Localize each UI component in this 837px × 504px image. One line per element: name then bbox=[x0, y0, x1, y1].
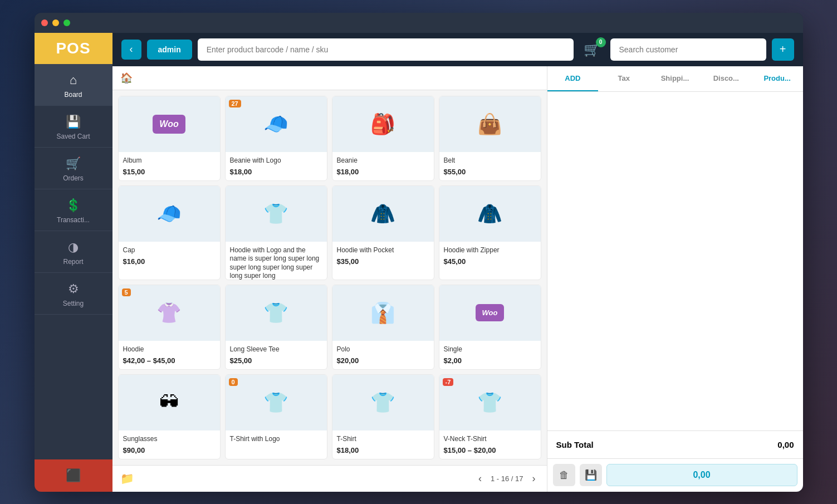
back-icon: ‹ bbox=[130, 43, 133, 55]
product-image: 👚 bbox=[119, 285, 220, 341]
product-name: Single bbox=[444, 345, 536, 354]
tab-discount[interactable]: Disco... bbox=[701, 66, 752, 91]
product-search-input[interactable] bbox=[198, 38, 574, 61]
sidebar-item-board[interactable]: ⌂ Board bbox=[35, 64, 112, 106]
app-window: POS ⌂ Board 💾 Saved Cart 🛒 Orders 💲 Tran… bbox=[35, 13, 803, 492]
product-name: T-Shirt with Logo bbox=[230, 435, 322, 444]
board-icon: ⌂ bbox=[70, 73, 77, 87]
maximize-button[interactable] bbox=[63, 19, 70, 26]
product-card-single[interactable]: Woo Single $2,00 bbox=[439, 285, 541, 370]
main-content: 🏠 Woo Album $15,00 27 🧢 Beanie with Logo… bbox=[112, 66, 803, 492]
product-card-tshirt[interactable]: 👕 T-Shirt $18,00 bbox=[332, 374, 434, 459]
sidebar-item-transactions[interactable]: 💲 Transacti... bbox=[35, 189, 112, 231]
title-bar bbox=[35, 13, 803, 33]
product-name: Polo bbox=[337, 345, 429, 354]
product-name: Beanie bbox=[337, 156, 429, 165]
report-icon: ◑ bbox=[68, 240, 79, 255]
sidebar-board-label: Board bbox=[64, 91, 82, 99]
setting-icon: ⚙ bbox=[68, 282, 79, 296]
product-image: 🎒 bbox=[332, 96, 434, 152]
cart-tabs: ADD Tax Shippi... Disco... Produ... bbox=[547, 66, 803, 92]
product-price: $15,00 bbox=[123, 168, 216, 176]
cart-footer: 🗑 💾 0,00 bbox=[547, 458, 803, 492]
product-card-polo[interactable]: 👔 Polo $20,00 bbox=[332, 285, 434, 370]
product-name: V-Neck T-Shirt bbox=[444, 435, 536, 444]
product-image: 👜 bbox=[439, 96, 541, 152]
cart-area: ADD Tax Shippi... Disco... Produ... Sub … bbox=[547, 66, 803, 492]
product-image: 🕶 bbox=[119, 375, 220, 430]
product-image: 👔 bbox=[332, 285, 434, 341]
saved-cart-icon: 💾 bbox=[66, 115, 81, 129]
pagination: ‹ 1 - 16 / 17 › bbox=[475, 472, 539, 486]
logout-button[interactable]: ⬛ bbox=[35, 459, 112, 492]
product-price: $45,00 bbox=[444, 257, 536, 266]
delete-cart-button[interactable]: 🗑 bbox=[553, 464, 575, 486]
products-area: 🏠 Woo Album $15,00 27 🧢 Beanie with Logo… bbox=[112, 66, 547, 492]
topbar: ‹ admin 🛒 0 + bbox=[112, 33, 803, 66]
product-name: Belt bbox=[444, 156, 536, 165]
products-footer: 📁 ‹ 1 - 16 / 17 › bbox=[112, 465, 547, 492]
product-name: Hoodie with Pocket bbox=[337, 246, 429, 255]
customer-search-input[interactable] bbox=[610, 38, 766, 61]
cart-body bbox=[547, 92, 803, 430]
sidebar-report-label: Report bbox=[63, 258, 83, 266]
admin-button[interactable]: admin bbox=[147, 40, 192, 60]
product-image: Woo bbox=[119, 96, 220, 152]
next-page-button[interactable]: › bbox=[529, 472, 539, 486]
back-button[interactable]: ‹ bbox=[121, 40, 141, 60]
cart-subtotal: Sub Total 0,00 bbox=[547, 430, 803, 458]
product-image: 👕 bbox=[439, 375, 541, 430]
product-name: Long Sleeve Tee bbox=[230, 345, 322, 354]
tab-product[interactable]: Produ... bbox=[752, 66, 803, 91]
minimize-button[interactable] bbox=[52, 19, 59, 26]
subtotal-value: 0,00 bbox=[777, 440, 794, 449]
product-card-cap[interactable]: 🧢 Cap $16,00 bbox=[118, 185, 221, 280]
product-image: 🧥 bbox=[439, 186, 541, 242]
product-price: $55,00 bbox=[444, 168, 536, 176]
product-card-hoodie[interactable]: 5 👚 Hoodie $42,00 – $45,00 bbox=[118, 285, 221, 370]
prev-page-button[interactable]: ‹ bbox=[475, 472, 485, 486]
product-card-hoodie-zipper[interactable]: 🧥 Hoodie with Zipper $45,00 bbox=[439, 185, 541, 280]
product-card-sunglasses[interactable]: 🕶 Sunglasses $90,00 bbox=[118, 374, 221, 459]
sidebar-item-setting[interactable]: ⚙ Setting bbox=[35, 273, 112, 315]
product-price: $20,00 bbox=[337, 356, 429, 365]
product-card-vneck[interactable]: -7 👕 V-Neck T-Shirt $15,00 – $20,00 bbox=[439, 374, 541, 459]
sidebar-item-saved-cart[interactable]: 💾 Saved Cart bbox=[35, 106, 112, 148]
products-grid: Woo Album $15,00 27 🧢 Beanie with Logo $… bbox=[112, 90, 547, 465]
product-image: 👕 bbox=[226, 186, 327, 242]
close-button[interactable] bbox=[41, 19, 48, 26]
tab-shipping[interactable]: Shippi... bbox=[649, 66, 701, 91]
product-price: $90,00 bbox=[123, 446, 216, 454]
sidebar-item-orders[interactable]: 🛒 Orders bbox=[35, 148, 112, 189]
add-customer-button[interactable]: + bbox=[772, 38, 794, 61]
folder-icon[interactable]: 📁 bbox=[120, 472, 134, 485]
cart-total-button[interactable]: 0,00 bbox=[606, 464, 797, 486]
save-icon: 💾 bbox=[585, 469, 597, 481]
product-price: $42,00 – $45,00 bbox=[123, 356, 216, 365]
product-card-tshirt-logo[interactable]: 0 👕 T-Shirt with Logo bbox=[225, 374, 327, 459]
orders-icon: 🛒 bbox=[66, 156, 81, 171]
product-image: 👕 bbox=[226, 375, 327, 430]
sidebar-transactions-label: Transacti... bbox=[57, 216, 90, 224]
product-card-beanie-logo[interactable]: 27 🧢 Beanie with Logo $18,00 bbox=[225, 96, 327, 181]
tab-tax[interactable]: Tax bbox=[598, 66, 649, 91]
product-price: $35,00 bbox=[337, 257, 429, 266]
product-card-belt[interactable]: 👜 Belt $55,00 bbox=[439, 96, 541, 181]
product-card-hoodie-pocket[interactable]: 🧥 Hoodie with Pocket $35,00 bbox=[332, 185, 434, 280]
product-card-long-sleeve[interactable]: 👕 Long Sleeve Tee $25,00 bbox=[225, 285, 327, 370]
logo: POS bbox=[35, 33, 112, 64]
product-card-album[interactable]: Woo Album $15,00 bbox=[118, 96, 221, 181]
tab-add[interactable]: ADD bbox=[547, 66, 599, 91]
add-customer-icon: + bbox=[780, 43, 786, 56]
product-card-beanie[interactable]: 🎒 Beanie $18,00 bbox=[332, 96, 434, 181]
product-price: $25,00 bbox=[230, 356, 322, 365]
cart-button[interactable]: 🛒 0 bbox=[579, 40, 605, 60]
home-icon: 🏠 bbox=[120, 72, 133, 84]
save-cart-button[interactable]: 💾 bbox=[580, 464, 602, 486]
product-card-hoodie-logo[interactable]: 👕 Hoodie with Logo and the name is super… bbox=[225, 185, 327, 280]
product-price: $18,00 bbox=[337, 446, 429, 454]
sidebar-orders-label: Orders bbox=[63, 174, 84, 182]
product-price: $15,00 – $20,00 bbox=[444, 446, 536, 454]
sidebar-item-report[interactable]: ◑ Report bbox=[35, 231, 112, 273]
product-name: Album bbox=[123, 156, 216, 165]
